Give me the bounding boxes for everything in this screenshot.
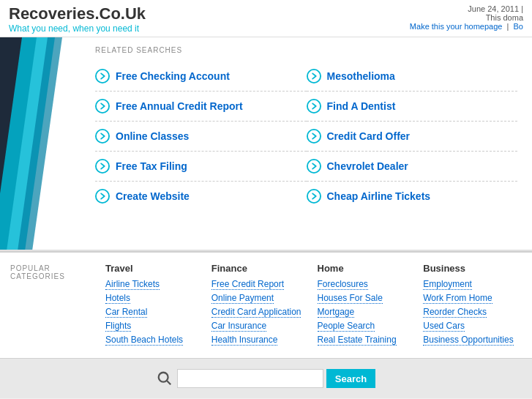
svg-point-6 (96, 160, 109, 173)
list-item: Car Rental (105, 306, 204, 317)
search-links-grid: Free Checking Account Mesothelioma Free … (95, 61, 517, 211)
category-link[interactable]: Hotels (105, 293, 130, 304)
svg-point-9 (307, 190, 320, 203)
list-item: Employment (423, 278, 522, 289)
site-title: Recoveries.Co.Uk (9, 4, 146, 23)
search-link-item: Cheap Airline Tickets (307, 182, 518, 211)
arrow-icon (307, 159, 321, 174)
category-link[interactable]: Free Credit Report (211, 279, 284, 290)
arrow-icon (307, 69, 321, 83)
categories-grid: TravelAirline TicketsHotelsCar RentalFli… (105, 263, 522, 348)
svg-point-3 (307, 100, 320, 113)
search-link-item: Mesothelioma (307, 61, 518, 92)
category-heading: Business (423, 263, 522, 274)
search-input[interactable] (177, 369, 323, 388)
category-link[interactable]: Car Insurance (211, 321, 266, 332)
list-item: Health Insurance (211, 334, 310, 345)
svg-point-8 (96, 190, 109, 203)
search-link[interactable]: Free Annual Credit Report (116, 100, 243, 112)
arrow-icon (95, 129, 110, 143)
search-link-item: Free Checking Account (95, 61, 307, 92)
category-link[interactable]: Real Estate Training (318, 335, 397, 346)
search-link-item: Free Annual Credit Report (95, 92, 307, 122)
category-heading: Finance (211, 263, 310, 274)
arrow-icon (307, 129, 321, 143)
date-display: June 24, 2011 | (410, 4, 523, 13)
category-link[interactable]: Health Insurance (211, 335, 278, 346)
header-left: Recoveries.Co.Uk What you need, when you… (9, 4, 146, 34)
category-link[interactable]: Flights (105, 321, 131, 332)
category-link[interactable]: Credit Card Application (211, 307, 301, 318)
category-link[interactable]: Work From Home (423, 293, 492, 304)
related-searches-title: RELATED SEARCHES (95, 46, 517, 54)
list-item: Airline Tickets (105, 278, 204, 289)
search-icon-wrap (157, 370, 174, 387)
search-link[interactable]: Online Classes (116, 130, 189, 142)
search-link[interactable]: Cheap Airline Tickets (327, 190, 431, 202)
svg-point-1 (307, 70, 320, 83)
header: Recoveries.Co.Uk What you need, when you… (0, 0, 532, 37)
category-link[interactable]: Used Cars (423, 321, 465, 332)
category-link[interactable]: Houses For Sale (318, 293, 383, 304)
header-links: This doma Make this your homepage | Bo (410, 13, 523, 31)
svg-point-7 (307, 160, 320, 173)
list-item: Real Estate Training (318, 334, 416, 345)
list-item: Car Insurance (211, 320, 310, 331)
svg-line-11 (167, 381, 171, 385)
make-homepage-link[interactable]: Make this your homepage (410, 22, 503, 31)
list-item: Mortgage (318, 306, 416, 317)
tagline: What you need, when you need it (9, 23, 146, 34)
arrow-icon (307, 99, 321, 113)
list-item: Credit Card Application (211, 306, 310, 317)
search-link[interactable]: Chevrolet Dealer (327, 160, 408, 172)
category-link[interactable]: Business Opportunities (423, 335, 513, 346)
svg-point-10 (159, 373, 168, 382)
related-searches-section: RELATED SEARCHES Free Checking Account M… (80, 37, 532, 250)
search-link[interactable]: Find A Dentist (327, 100, 396, 112)
svg-point-5 (307, 130, 320, 143)
popular-categories-label: POPULAR CATEGORIES (10, 263, 105, 348)
list-item: Free Credit Report (211, 278, 310, 289)
list-item: Hotels (105, 292, 204, 303)
search-link-item: Credit Card Offer (307, 122, 518, 152)
category-link[interactable]: Airline Tickets (105, 279, 160, 290)
list-item: Flights (105, 320, 204, 331)
category-heading: Home (318, 263, 416, 274)
category-link[interactable]: Online Payment (211, 293, 274, 304)
banner-area: RELATED SEARCHES Free Checking Account M… (0, 37, 532, 251)
banner-graphic (0, 37, 80, 250)
search-link-item: Find A Dentist (307, 92, 518, 122)
category-link[interactable]: Reorder Checks (423, 307, 487, 318)
arrow-icon (307, 189, 321, 204)
category-link[interactable]: Foreclosures (318, 279, 368, 290)
bookmark-link[interactable]: Bo (514, 22, 523, 31)
search-link[interactable]: Free Tax Filing (116, 160, 187, 172)
search-link-item: Create Website (95, 182, 307, 211)
search-link-item: Free Tax Filing (95, 152, 307, 182)
svg-point-2 (96, 100, 109, 113)
category-link[interactable]: Mortgage (318, 307, 355, 318)
category-column: BusinessEmploymentWork From HomeReorder … (423, 263, 522, 348)
search-link[interactable]: Free Checking Account (116, 70, 230, 82)
search-link[interactable]: Create Website (116, 190, 190, 202)
category-link[interactable]: Car Rental (105, 307, 147, 318)
list-item: Foreclosures (318, 278, 416, 289)
arrow-icon (95, 99, 110, 113)
domain-text: This doma (486, 13, 523, 22)
category-link[interactable]: Employment (423, 279, 472, 290)
popular-categories-section: POPULAR CATEGORIES TravelAirline Tickets… (0, 251, 532, 358)
svg-point-4 (96, 130, 109, 143)
arrow-icon (95, 69, 110, 83)
category-link[interactable]: People Search (318, 321, 375, 332)
list-item: Online Payment (211, 292, 310, 303)
search-link[interactable]: Credit Card Offer (327, 130, 411, 142)
header-right: June 24, 2011 | This doma Make this your… (410, 4, 523, 31)
arrow-icon (95, 189, 110, 204)
list-item: Houses For Sale (318, 292, 416, 303)
category-link[interactable]: South Beach Hotels (105, 335, 183, 346)
search-link[interactable]: Mesothelioma (327, 70, 395, 82)
search-button[interactable]: Search (326, 369, 375, 388)
arrow-icon (95, 159, 110, 174)
list-item: Used Cars (423, 320, 522, 331)
category-heading: Travel (105, 263, 204, 274)
